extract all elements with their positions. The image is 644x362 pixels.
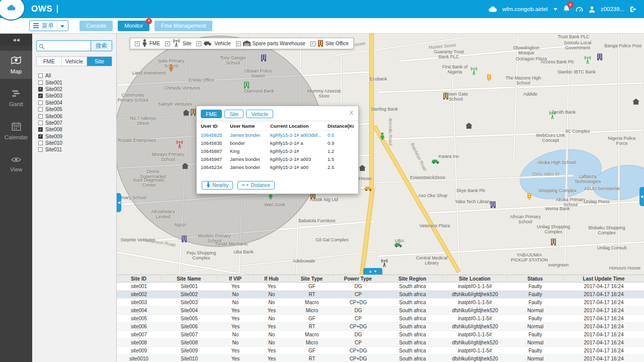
popup-close-button[interactable]: X (349, 110, 354, 116)
checkbox[interactable]: ✓ (236, 41, 241, 46)
popup-tab-vehicle[interactable]: Vehicle (246, 110, 273, 118)
caret-down-icon[interactable] (553, 8, 557, 11)
checkbox[interactable]: ✓ (196, 41, 201, 46)
popup-table-row[interactable]: 10645887Kingkgihfy15-2-1#1.2 (201, 147, 354, 155)
search-button[interactable]: 搜索 (91, 41, 112, 51)
popup-table-row[interactable]: 10645234James bonderkgihfy15-2-1# a002.5 (201, 163, 354, 171)
antenna-icon[interactable] (548, 111, 557, 122)
expand-right-handle[interactable]: ◀ (639, 187, 644, 206)
bell-icon[interactable]: 3 (563, 5, 570, 13)
filter-tab-vehicle[interactable]: Vehicle (61, 57, 87, 66)
popup-table-row[interactable]: 10645825James bonderkgihfy15-2-1# a003ds… (201, 131, 354, 139)
table-row[interactable]: site007Site007NoNoMacroDGSouth africaina… (117, 331, 644, 339)
sidebar-item-map[interactable]: Map (0, 51, 32, 79)
site-filter-item[interactable]: ✓Site003 (38, 93, 116, 99)
gauge-icon[interactable] (576, 6, 583, 13)
site-filter-item[interactable]: All (38, 72, 116, 79)
person-icon[interactable] (380, 133, 385, 142)
nearby-button[interactable]: Nearby (202, 181, 233, 190)
site-checkbox[interactable]: ✓ (38, 134, 43, 139)
site-checkbox[interactable] (38, 141, 43, 145)
site-checkbox[interactable] (38, 101, 43, 105)
site-checkbox[interactable]: ✓ (38, 94, 43, 98)
antenna-icon[interactable] (380, 259, 389, 269)
office-icon[interactable] (597, 53, 603, 62)
window-tab-fme-management[interactable]: Fme Management (154, 21, 212, 31)
office-icon[interactable] (190, 109, 196, 118)
site-checkbox[interactable] (38, 73, 43, 78)
office-icon[interactable] (550, 238, 556, 247)
house-icon[interactable] (359, 164, 366, 173)
site-checkbox[interactable] (38, 114, 43, 119)
distance-button[interactable]: Distance (237, 181, 275, 190)
site-filter-item[interactable]: ✓Site002 (38, 86, 116, 93)
office-icon[interactable] (244, 81, 250, 90)
site-checkbox[interactable]: ✓ (38, 127, 43, 132)
sidebar-item-calendar[interactable]: Calendar (0, 117, 32, 145)
table-row[interactable]: site005Site005YesNoGFCPSouth africainatp… (117, 315, 644, 323)
popup-cell[interactable]: 10645825 (201, 132, 230, 138)
site-checkbox[interactable] (38, 147, 43, 152)
car-icon[interactable] (394, 240, 403, 249)
office-icon[interactable] (181, 235, 187, 244)
signal-icon[interactable] (527, 193, 532, 202)
window-tab-console[interactable]: Console (79, 21, 113, 31)
site-filter-item[interactable]: Site006 (38, 113, 116, 119)
search-input[interactable] (37, 41, 91, 51)
house-icon[interactable] (465, 122, 472, 131)
checkbox[interactable]: ✓ (310, 41, 315, 46)
site-checkbox[interactable] (38, 80, 43, 85)
site-filter-item[interactable]: Site005 (38, 106, 116, 113)
popup-cell[interactable]: James bonder (230, 132, 270, 138)
popup-tab-fme[interactable]: FME (201, 110, 222, 118)
car-icon[interactable] (431, 157, 440, 166)
site-filter-item[interactable]: Site001 (38, 79, 116, 85)
table-row[interactable]: site008Site008NoNoMicroCPSouth africadfs… (117, 339, 644, 347)
office-icon[interactable] (443, 93, 449, 102)
site-checkbox[interactable]: ✓ (38, 87, 43, 92)
house-icon[interactable] (632, 98, 639, 107)
map-canvas[interactable]: ✓FME✓Site✓Vehicle✓Spare parts Warehouse✓… (117, 34, 644, 275)
layer-toggle-site-office[interactable]: ✓Site Office (310, 40, 349, 48)
collapse-sidebar-button[interactable]: ◀◀ (0, 34, 32, 46)
site-checkbox[interactable] (38, 121, 43, 125)
table-row[interactable]: site004Site004YesYesMicroDGSouth africad… (117, 307, 644, 315)
popup-cell[interactable]: kgihfy15-2-1# a003dsf... (270, 132, 328, 138)
close-tab-icon[interactable]: × (146, 18, 152, 24)
house-icon[interactable] (182, 162, 189, 171)
table-row[interactable]: site001Site001YesYesGFDGSouth africainat… (117, 283, 644, 291)
site-filter-item[interactable]: Site010 (38, 140, 116, 146)
table-row[interactable]: site002Site002NoNoRTCPSouth africadfshlk… (117, 291, 644, 299)
sidebar-item-view[interactable]: View (0, 150, 32, 178)
checkbox[interactable]: ✓ (165, 41, 170, 46)
layer-toggle-fme[interactable]: ✓FME (135, 39, 160, 48)
site-filter-item[interactable]: Site007 (38, 120, 116, 126)
collapse-table-handle[interactable]: ▲▼ (363, 268, 382, 275)
popup-table-row[interactable]: 10645835bonderkgihfy15-2-1# a0.9 (201, 139, 354, 147)
popup-tab-site[interactable]: Site (224, 110, 244, 118)
table-row[interactable]: site003Site003NoNoMacroCP+DGSouth africa… (117, 299, 644, 307)
signal-icon[interactable] (487, 74, 492, 83)
office-icon[interactable] (490, 201, 496, 210)
table-row[interactable]: site009Site009YesYesGFCP+DGSouth africai… (117, 347, 644, 355)
antenna-icon[interactable] (584, 56, 592, 66)
account-name[interactable]: wfm.congob.airtel (503, 6, 548, 12)
filter-tab-fme[interactable]: FME (37, 57, 61, 66)
collapse-panel-handle[interactable]: ◀ (117, 193, 121, 212)
popup-cell[interactable]: 0.5 (328, 132, 354, 138)
window-tab-monitor[interactable]: Monitor× (118, 21, 149, 31)
antenna-icon[interactable] (470, 67, 478, 77)
person-icon[interactable] (169, 64, 174, 74)
antenna-icon[interactable] (176, 140, 184, 151)
house-icon[interactable] (183, 109, 190, 118)
popup-table-row[interactable]: 10645987James bonderkgihfy15-2-1# a0031.… (201, 155, 354, 163)
table-row[interactable]: site0010Site010YesYesRTCP+DGSouth africa… (117, 355, 644, 362)
table-row[interactable]: site006Site006YesYesRTCP+DGSouth africad… (117, 323, 644, 331)
site-filter-item[interactable]: ✓Site008 (38, 126, 116, 133)
site-filter-item[interactable]: ✓Site009 (38, 133, 116, 140)
office-icon[interactable] (261, 54, 267, 63)
username[interactable]: z00239... (601, 6, 624, 12)
site-filter-item[interactable]: Site004 (38, 100, 116, 106)
user-icon[interactable] (589, 6, 595, 13)
menu-button[interactable]: 菜单 (29, 20, 68, 31)
